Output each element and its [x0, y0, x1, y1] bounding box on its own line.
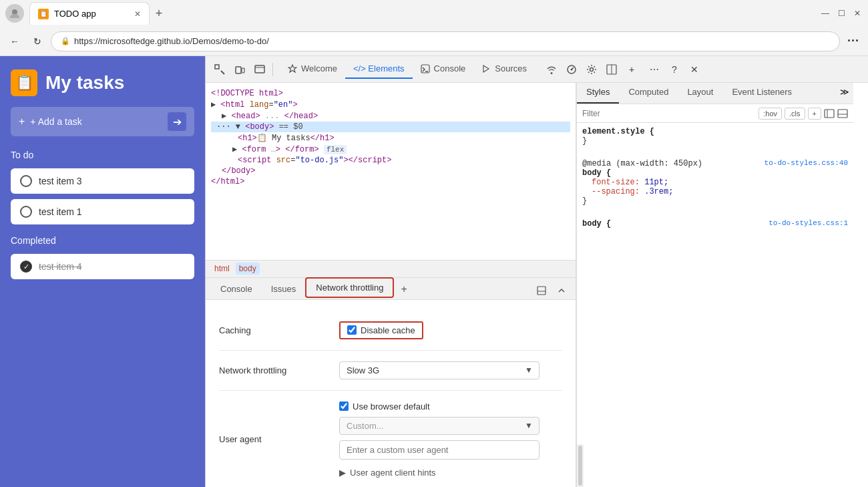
style-icon-1 [824, 108, 835, 119]
html-line-form[interactable]: ▶ <form …> </form> flex [211, 144, 570, 155]
todo-app: 📋 My tasks + + Add a task ➔ To do test i… [0, 56, 205, 487]
tab-welcome[interactable]: Welcome [280, 59, 345, 79]
user-agent-label: User agent [219, 434, 339, 444]
profile-avatar[interactable] [5, 4, 24, 23]
todo-checkbox-1[interactable] [20, 175, 32, 187]
completed-item-1: ✓ test item 4 [11, 254, 194, 279]
html-line-h1[interactable]: <h1>📋 My tasks</h1> [211, 132, 570, 144]
settings-icon[interactable] [583, 61, 600, 78]
completed-checkbox-1[interactable]: ✓ [20, 261, 32, 273]
tab-title: TODO app [54, 9, 96, 19]
device-toolbar-button[interactable] [231, 61, 248, 78]
todo-checkbox-2[interactable] [20, 206, 32, 218]
caching-control: Disable cache [339, 321, 562, 339]
browser-window: 📋 TODO app ✕ + — ☐ ✕ ← ↻ 🔒 https://micro… [0, 0, 868, 487]
html-line-html[interactable]: ▶ <html lang="en"> [211, 99, 570, 110]
browser-more-button[interactable]: ··· [844, 32, 863, 51]
address-bar: ← ↻ 🔒 https://microsoftedge.github.io/De… [0, 27, 868, 56]
throttling-select[interactable]: No throttling Fast 3G Slow 3G Offline [339, 361, 539, 379]
title-bar: 📋 TODO app ✕ + — ☐ ✕ [0, 0, 868, 27]
html-line-head[interactable]: ▶ <head> ... </head> [211, 110, 570, 122]
add-tab-button[interactable]: + [623, 61, 640, 78]
active-tab[interactable]: 📋 TODO app ✕ [29, 2, 150, 25]
hover-filter-button[interactable]: :hov [758, 108, 782, 120]
client-hints-row: ▶ User agent client hints [339, 468, 539, 478]
media-body-close: } [582, 196, 587, 206]
use-browser-default-checkbox[interactable] [339, 401, 349, 411]
styles-tab-event-listeners[interactable]: Event Listeners [722, 83, 801, 104]
minimize-button[interactable]: — [820, 8, 831, 19]
tab-close-button[interactable]: ✕ [134, 9, 141, 19]
styles-scrollbar[interactable] [577, 444, 584, 487]
minimize-bottom-panel-button[interactable] [533, 282, 550, 299]
add-bottom-tab-button[interactable]: + [394, 279, 413, 299]
screenshot-button[interactable] [251, 61, 268, 78]
expand-bottom-panel-button[interactable] [553, 282, 570, 299]
svg-point-13 [590, 67, 593, 71]
use-browser-default-label: Use browser default [353, 401, 430, 412]
refresh-button[interactable]: ↻ [28, 32, 47, 51]
html-line-body[interactable]: ··· ▼ <body> == $0 [211, 122, 570, 132]
styles-content: element.style { } @media (max-width: 450… [577, 123, 853, 444]
html-line-script[interactable]: <script src="to-do.js"></script> [211, 155, 570, 166]
url-bar[interactable]: 🔒 https://microsoftedge.github.io/Demos/… [51, 31, 840, 51]
tab-elements[interactable]: </> Elements [345, 59, 413, 79]
breadcrumb-body[interactable]: body [236, 263, 260, 275]
devtools-panel: Welcome </> Elements Console Sources [205, 56, 868, 487]
tab-favicon: 📋 [38, 9, 49, 19]
add-task-submit-button[interactable]: ➔ [168, 112, 186, 131]
url-text: https://microsoftedge.github.io/Demos/de… [74, 36, 269, 46]
add-task-row[interactable]: + + Add a task ➔ [11, 107, 194, 136]
tab-elements-label: </> Elements [353, 63, 405, 73]
devtools-close-button[interactable]: ✕ [686, 61, 703, 78]
new-tab-button[interactable]: + [150, 4, 168, 23]
body-source-link[interactable]: to-do-styles.css:1 [769, 219, 848, 227]
user-agent-row: User agent Use browser default [219, 391, 562, 488]
add-style-button[interactable]: + [808, 108, 821, 120]
maximize-button[interactable]: ☐ [836, 8, 847, 19]
todo-item-1: test item 3 [11, 168, 194, 194]
html-line-doctype: <!DOCTYPE html> [211, 88, 570, 99]
disable-cache-checkbox[interactable] [347, 325, 357, 335]
tab-sources[interactable]: Sources [473, 59, 535, 79]
lock-icon: 🔒 [61, 37, 70, 45]
inspect-element-button[interactable] [211, 61, 228, 78]
svg-rect-1 [215, 65, 219, 69]
user-agent-control: Use browser default Custom... ▼ [339, 401, 562, 478]
custom-ua-input[interactable] [339, 440, 539, 460]
caching-label: Caching [219, 325, 339, 335]
window-controls: — ☐ ✕ [820, 8, 863, 19]
bottom-tab-console[interactable]: Console [211, 280, 262, 299]
devtools-content: <!DOCTYPE html> ▶ <html lang="en"> ▶ <he… [206, 83, 868, 487]
throttling-row: Network throttling No throttling Fast 3G… [219, 351, 562, 391]
use-browser-default-row: Use browser default [339, 401, 539, 412]
devtools-help-button[interactable]: ? [666, 61, 683, 78]
bottom-tab-issues[interactable]: Issues [262, 280, 306, 299]
media-body-selector: body { [582, 168, 611, 178]
close-button[interactable]: ✕ [852, 8, 863, 19]
todo-item-text-1: test item 3 [39, 176, 82, 186]
breadcrumb-html[interactable]: html [211, 263, 233, 275]
throttling-control: No throttling Fast 3G Slow 3G Offline ▼ [339, 361, 562, 379]
svg-rect-20 [838, 110, 847, 118]
cls-filter-button[interactable]: .cls [785, 108, 805, 120]
svg-line-2 [221, 71, 224, 74]
bottom-tab-network-conditions[interactable]: Network throttling [305, 277, 394, 298]
styles-tab-computed[interactable]: Computed [619, 83, 678, 104]
caching-row: Caching Disable cache [219, 311, 562, 351]
styles-filter-input[interactable] [582, 109, 756, 118]
style-prop-spacing: --spacing: .3rem; [582, 187, 673, 196]
performance-icon [563, 61, 580, 78]
custom-ua-select[interactable]: Custom... [339, 417, 539, 435]
devtools-more-button[interactable]: ⋯ [646, 61, 663, 78]
tab-console[interactable]: Console [413, 59, 474, 79]
toolbar-separator [272, 63, 273, 76]
back-button[interactable]: ← [5, 32, 24, 51]
styles-tab-layout[interactable]: Layout [678, 83, 722, 104]
media-query: @media (max-width: 450px) [582, 159, 702, 168]
styles-tab-styles[interactable]: Styles [577, 83, 619, 104]
styles-panel-more-button[interactable]: ≫ [836, 83, 853, 104]
dock-icon[interactable] [603, 61, 620, 78]
media-source-link[interactable]: to-do-styles.css:40 [765, 159, 848, 167]
style-rule-media: @media (max-width: 450px) to-do-styles.c… [582, 159, 848, 206]
